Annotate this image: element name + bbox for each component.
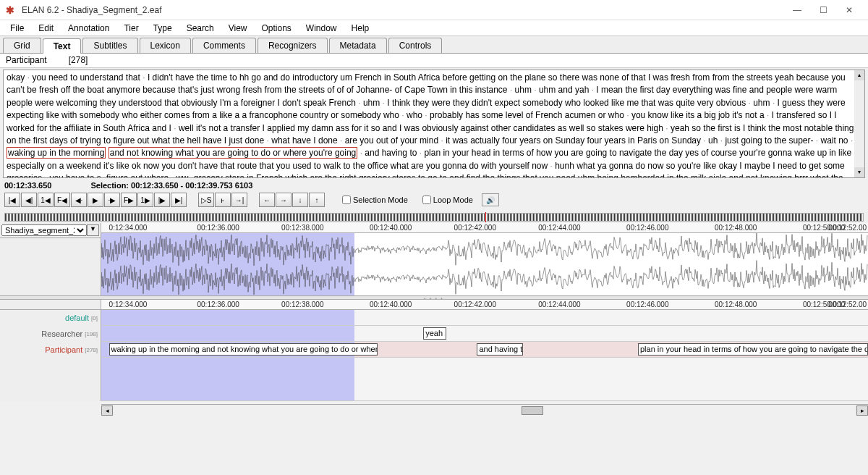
playback-buttons: |◀◀|1◀F◀◀·▶·▶F▶1▶|▶▶|: [4, 193, 187, 207]
scrollbar-thumb[interactable]: [522, 406, 543, 415]
tab-metadata[interactable]: Metadata: [329, 38, 387, 53]
dropdown-icon[interactable]: ▼: [87, 224, 99, 236]
annotation[interactable]: plan in your head in terms of how you ar…: [638, 343, 868, 356]
tier-row-participant[interactable]: waking up in the morning and not knowing…: [101, 342, 868, 358]
participant-label: Participant: [6, 55, 47, 66]
annotation[interactable]: yeah: [423, 327, 446, 340]
audio-file-select[interactable]: Shadiya_segment_2.wav: [1, 224, 87, 236]
tab-text[interactable]: Text: [43, 38, 82, 54]
annotation[interactable]: waking up in the morning and not knowing…: [109, 343, 378, 356]
horizontal-scrollbar[interactable]: ◂ ▸: [101, 404, 868, 416]
menu-tier[interactable]: Tier: [116, 22, 145, 35]
participant-info: Participant [278]: [0, 54, 868, 68]
arrow-button-2[interactable]: ↓: [292, 193, 308, 207]
segment-button-1[interactable]: ⱶ: [215, 193, 231, 207]
playback-controls-row: 00:12:33.650 Selection: 00:12:33.650 - 0…: [0, 180, 868, 191]
overview-timeline[interactable]: [4, 213, 864, 222]
loop-mode-checkbox[interactable]: Loop Mode: [422, 196, 473, 204]
play-button-2[interactable]: 1◀: [38, 193, 54, 207]
selection-mode-checkbox[interactable]: Selection Mode: [342, 196, 408, 204]
menu-view[interactable]: View: [221, 22, 255, 35]
menu-options[interactable]: Options: [255, 22, 299, 35]
view-tabs: GridTextSubtitlesLexiconCommentsRecogniz…: [0, 36, 868, 54]
annotation[interactable]: and having t: [477, 343, 523, 356]
scroll-left-icon[interactable]: ◂: [101, 405, 113, 416]
play-button-8[interactable]: 1▶: [137, 193, 153, 207]
play-button-6[interactable]: ·▶: [104, 193, 120, 207]
waveform-timeline[interactable]: 0:12:34.00000:12:36.00000:12:38.00000:12…: [101, 223, 868, 233]
title-bar: ✱ ELAN 6.2 - Shadiya_Segment_2.eaf — ☐ ✕: [0, 0, 868, 20]
play-button-3[interactable]: F◀: [54, 193, 70, 207]
maximize-button[interactable]: ☐: [810, 2, 836, 18]
play-button-7[interactable]: F▶: [121, 193, 137, 207]
tiers-timeline[interactable]: 0:12:34.00000:12:36.00000:12:38.00000:12…: [101, 300, 868, 310]
window-title: ELAN 6.2 - Shadiya_Segment_2.eaf: [22, 5, 784, 15]
tab-subtitles[interactable]: Subtitles: [82, 38, 137, 53]
menu-bar: FileEditAnnotationTierTypeSearchViewOpti…: [0, 20, 868, 36]
play-button-0[interactable]: |◀: [4, 193, 20, 207]
scroll-up-icon[interactable]: ▴: [854, 70, 864, 80]
tier-row-researcher[interactable]: yeah: [101, 326, 868, 342]
selection-timecode: Selection: 00:12:33.650 - 00:12:39.753 6…: [90, 181, 252, 190]
menu-file[interactable]: File: [3, 22, 31, 35]
tab-controls[interactable]: Controls: [388, 38, 443, 53]
arrow-button-1[interactable]: →: [276, 193, 292, 207]
audio-file-selector[interactable]: Shadiya_segment_2.wav ▼: [0, 223, 101, 238]
segment-button-2[interactable]: →|: [231, 193, 247, 207]
tab-comments[interactable]: Comments: [192, 38, 256, 53]
participant-id: [278]: [69, 55, 88, 66]
current-timecode: 00:12:33.650: [4, 181, 51, 190]
menu-search[interactable]: Search: [179, 22, 221, 35]
transcript-text-panel[interactable]: okay · you need to understand that · I d…: [3, 70, 865, 178]
tab-recognizers[interactable]: Recognizers: [258, 38, 328, 53]
segment-buttons: ▷Sⱶ→|: [198, 193, 247, 207]
tier-row-default[interactable]: [101, 310, 868, 326]
arrow-buttons: ←→↓↑: [259, 193, 325, 207]
menu-help[interactable]: Help: [344, 22, 377, 35]
tab-lexicon[interactable]: Lexicon: [140, 38, 191, 53]
tier-label-researcher[interactable]: Researcher[198]: [0, 326, 101, 342]
waveform-display[interactable]: [101, 233, 868, 295]
menu-window[interactable]: Window: [299, 22, 344, 35]
overview-cursor[interactable]: [485, 212, 486, 222]
menu-type[interactable]: Type: [146, 22, 179, 35]
play-button-4[interactable]: ◀·: [71, 193, 87, 207]
minimize-button[interactable]: —: [784, 2, 810, 18]
text-scrollbar[interactable]: ▴ ▾: [854, 70, 864, 177]
menu-edit[interactable]: Edit: [31, 22, 61, 35]
menu-annotation[interactable]: Annotation: [61, 22, 116, 35]
play-button-9[interactable]: |▶: [154, 193, 170, 207]
scroll-right-icon[interactable]: ▸: [856, 405, 868, 416]
tab-grid[interactable]: Grid: [3, 38, 41, 53]
play-button-1[interactable]: ◀|: [21, 193, 37, 207]
arrow-button-0[interactable]: ←: [259, 193, 275, 207]
tier-label-default[interactable]: default[0]: [0, 310, 101, 326]
segment-button-0[interactable]: ▷S: [198, 193, 214, 207]
scroll-down-icon[interactable]: ▾: [854, 167, 864, 177]
tier-label-participant[interactable]: Participant[278]: [0, 342, 101, 358]
arrow-button-3[interactable]: ↑: [309, 193, 325, 207]
app-icon: ✱: [6, 4, 17, 16]
play-button-5[interactable]: ▶: [88, 193, 103, 207]
close-button[interactable]: ✕: [836, 2, 862, 18]
tier-row-empty: [101, 358, 868, 401]
play-button-10[interactable]: ▶|: [171, 193, 187, 207]
speaker-icon[interactable]: 🔊: [482, 193, 499, 206]
